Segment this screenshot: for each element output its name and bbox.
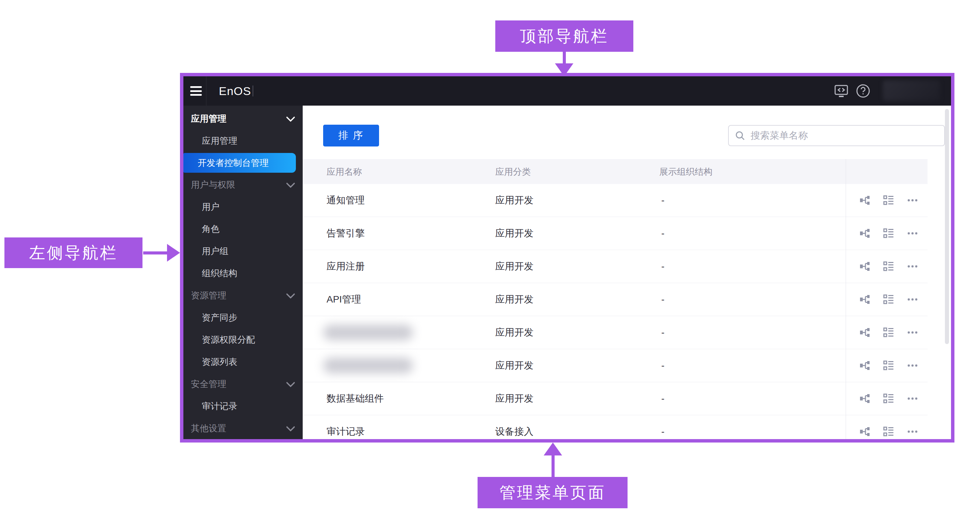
chevron-down-icon: [286, 179, 295, 188]
table-header: 应用名称 应用分类 展示组织结构: [303, 159, 928, 184]
sidebar-item-label: 资产同步: [202, 312, 237, 324]
cell-org-structure: -: [661, 294, 664, 305]
menu-list-icon[interactable]: [883, 327, 894, 338]
sidebar-item-资源权限分配[interactable]: 资源权限分配: [183, 329, 303, 351]
menu-list-icon[interactable]: [883, 426, 894, 437]
sidebar-item-角色[interactable]: 角色: [183, 218, 303, 240]
row-actions: [859, 360, 918, 371]
sidebar-item-label: 应用管理: [202, 135, 237, 147]
table-row: 数据基础组件应用开发-: [303, 382, 928, 415]
annotation-left-sidebar: 左侧导航栏: [5, 237, 143, 268]
console-monitor-icon[interactable]: [833, 83, 850, 99]
sidebar-item-label: 用户组: [202, 245, 228, 257]
cell-app-category: 应用开发: [495, 227, 533, 240]
cell-app-name: 告警引擎: [326, 227, 365, 240]
more-icon[interactable]: [907, 360, 918, 371]
vertical-scrollbar[interactable]: [945, 109, 949, 344]
page: 顶部导航栏 左侧导航栏 管理菜单页面 EnOS: [0, 0, 980, 527]
menu-list-icon[interactable]: [883, 195, 894, 206]
menu-table: 应用名称 应用分类 展示组织结构 通知管理应用开发-: [303, 159, 928, 439]
sidebar-section-安全管理[interactable]: 安全管理: [183, 373, 303, 395]
menu-list-icon[interactable]: [883, 393, 894, 404]
table-row: API管理应用开发-: [303, 283, 928, 316]
cell-app-name: 审计记录: [326, 425, 365, 438]
more-icon[interactable]: [907, 393, 918, 404]
more-icon[interactable]: [907, 195, 918, 206]
redacted-app-name: [323, 325, 413, 340]
row-actions: [859, 393, 918, 404]
annotation-bottom-arrow-head: [544, 443, 562, 456]
sidebar-item-label: 组织结构: [202, 267, 237, 279]
user-account-redacted[interactable]: [883, 80, 940, 101]
logo-divider: [253, 86, 253, 97]
cell-org-structure: -: [661, 360, 664, 371]
cell-app-name: 应用注册: [326, 260, 365, 273]
org-structure-icon[interactable]: [859, 327, 870, 338]
org-structure-icon[interactable]: [859, 195, 870, 206]
table-row: 应用注册应用开发-: [303, 250, 928, 283]
row-actions: [859, 195, 918, 206]
sidebar-item-label: 角色: [202, 223, 220, 235]
more-icon[interactable]: [907, 260, 918, 272]
sidebar-item-应用管理[interactable]: 应用管理: [183, 130, 303, 152]
menu-list-icon[interactable]: [883, 260, 894, 272]
menu-list-icon[interactable]: [883, 360, 894, 371]
search-icon: [735, 130, 745, 141]
sort-button[interactable]: 排 序: [323, 125, 379, 146]
cell-org-structure: -: [661, 426, 664, 437]
cell-app-category: 应用开发: [495, 326, 533, 339]
search-input[interactable]: [750, 130, 938, 141]
sidebar-item-资产同步[interactable]: 资产同步: [183, 306, 303, 329]
sidebar-item-label: 开发者控制台管理: [198, 157, 269, 169]
cell-app-name: 通知管理: [326, 194, 365, 207]
header-app-category: 应用分类: [495, 165, 531, 178]
header-app-name: 应用名称: [326, 165, 362, 178]
cell-app-category: 应用开发: [495, 293, 533, 306]
org-structure-icon[interactable]: [859, 360, 870, 371]
row-actions: [859, 227, 918, 239]
chevron-down-icon: [286, 422, 295, 432]
more-icon[interactable]: [907, 327, 918, 338]
menu-list-icon[interactable]: [883, 294, 894, 305]
more-icon[interactable]: [907, 426, 918, 437]
sidebar-item-组织结构[interactable]: 组织结构: [183, 262, 303, 284]
annotation-left-arrow-stem: [143, 251, 168, 254]
sidebar-section-用户与权限[interactable]: 用户与权限: [183, 174, 303, 196]
cell-app-category: 应用开发: [495, 359, 533, 372]
sidebar-section-应用管理[interactable]: 应用管理: [183, 108, 303, 130]
sidebar-item-用户[interactable]: 用户: [183, 196, 303, 218]
org-structure-icon[interactable]: [859, 260, 870, 272]
hamburger-menu-icon[interactable]: [190, 86, 202, 96]
menu-list-icon[interactable]: [883, 227, 894, 239]
annotation-bottom-arrow-stem: [552, 454, 555, 477]
screenshot-frame: EnOS 应用管理应用管理开发者控制台管理用户与权限用户角色用: [180, 73, 955, 443]
org-structure-icon[interactable]: [859, 426, 870, 437]
org-structure-icon[interactable]: [859, 294, 870, 305]
sidebar-item-label: 资源列表: [202, 356, 237, 368]
frame-body: 应用管理应用管理开发者控制台管理用户与权限用户角色用户组组织结构资源管理资产同步…: [183, 106, 951, 439]
sidebar-item-开发者控制台管理[interactable]: 开发者控制台管理: [183, 153, 296, 173]
sidebar-section-资源管理[interactable]: 资源管理: [183, 284, 303, 306]
chevron-down-icon: [286, 378, 295, 387]
row-actions: [859, 294, 918, 305]
org-structure-icon[interactable]: [859, 393, 870, 404]
table-row: 告警引擎应用开发-: [303, 217, 928, 250]
sidebar-item-审计记录[interactable]: 审计记录: [183, 395, 303, 417]
search-box[interactable]: [728, 125, 945, 146]
left-sidebar: 应用管理应用管理开发者控制台管理用户与权限用户角色用户组组织结构资源管理资产同步…: [183, 106, 303, 439]
table-row: 应用开发-: [303, 316, 928, 349]
top-navbar: EnOS: [183, 76, 951, 106]
annotation-menu-page: 管理菜单页面: [477, 477, 628, 508]
cell-org-structure: -: [661, 228, 664, 239]
more-icon[interactable]: [907, 227, 918, 239]
sidebar-item-label: 用户与权限: [191, 179, 235, 191]
org-structure-icon[interactable]: [859, 227, 870, 239]
help-icon[interactable]: [855, 83, 871, 99]
table-row: 通知管理应用开发-: [303, 184, 928, 217]
sidebar-item-用户组[interactable]: 用户组: [183, 240, 303, 262]
cell-org-structure: -: [661, 327, 664, 338]
sidebar-section-其他设置[interactable]: 其他设置: [183, 417, 303, 439]
more-icon[interactable]: [907, 294, 918, 305]
annotation-left-arrow-head: [167, 244, 180, 262]
sidebar-item-资源列表[interactable]: 资源列表: [183, 351, 303, 373]
